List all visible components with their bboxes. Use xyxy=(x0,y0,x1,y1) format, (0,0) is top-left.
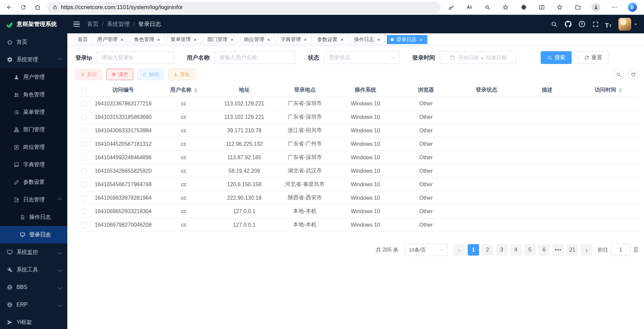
search-button[interactable]: 搜索 xyxy=(541,51,572,64)
tab-dept-management[interactable]: 部门管理× xyxy=(204,35,238,44)
sidebar-item-bbs[interactable]: BBS xyxy=(0,278,67,296)
toggle-search-button[interactable] xyxy=(613,69,624,80)
extensions-icon[interactable] xyxy=(517,1,530,13)
user-menu[interactable] xyxy=(618,18,638,31)
sidebar-item-system-monitor[interactable]: 系统监控 xyxy=(0,243,67,261)
page-button-5[interactable]: 5 xyxy=(524,244,536,256)
tab-login-log[interactable]: 登录日志× xyxy=(387,35,427,44)
row-checkbox[interactable] xyxy=(81,141,87,147)
page-button-1[interactable]: 1 xyxy=(468,244,479,256)
column-address[interactable]: 地址 xyxy=(214,87,275,94)
goto-page-input[interactable] xyxy=(611,244,631,256)
tab-close-icon[interactable]: × xyxy=(119,37,124,42)
tab-role-management[interactable]: 角色管理× xyxy=(130,35,165,44)
tab-close-icon[interactable]: × xyxy=(193,37,198,42)
browser-settings-icon[interactable] xyxy=(608,1,620,13)
column-user-name[interactable]: 用户名称 xyxy=(153,87,214,94)
read-aloud-icon[interactable] xyxy=(463,1,476,13)
tab-close-icon[interactable]: × xyxy=(266,37,271,42)
browser-address-bar[interactable]: https://ccnetcore.com:1101/system/log/lo… xyxy=(47,2,441,13)
breadcrumb-home[interactable]: 首页 xyxy=(87,20,99,28)
page-button-3[interactable]: 3 xyxy=(496,244,507,256)
copilot-icon[interactable]: b xyxy=(626,1,639,13)
sidebar-item-role-management[interactable]: 角色管理 xyxy=(0,86,67,103)
sidebar-item-user-management[interactable]: 用户管理 xyxy=(0,68,67,86)
sidebar-item-yi-framework[interactable]: Yi框架 xyxy=(0,314,67,329)
reset-button[interactable]: 重置 xyxy=(578,51,609,64)
tab-close-icon[interactable]: × xyxy=(419,37,424,42)
row-checkbox[interactable] xyxy=(81,209,87,214)
sidebar-item-system-management[interactable]: 系统管理 xyxy=(0,51,67,68)
browser-back-button[interactable] xyxy=(3,1,15,13)
tab-close-icon[interactable]: × xyxy=(229,37,235,42)
breadcrumb-system-management[interactable]: 系统管理 xyxy=(107,20,130,28)
sidebar-item-login-log[interactable]: 登录日志 xyxy=(0,226,67,243)
page-button-last[interactable]: 21 xyxy=(567,244,578,256)
prev-page-button[interactable]: ‹ xyxy=(454,244,465,256)
column-visit-id[interactable]: 访问编号 xyxy=(93,87,153,94)
sidebar-item-erp[interactable]: ERP xyxy=(0,296,67,314)
row-checkbox[interactable] xyxy=(81,195,87,201)
sidebar-item-param-settings[interactable]: 参数设置 xyxy=(0,173,67,191)
app-logo[interactable]: 意框架管理系统 xyxy=(0,15,67,33)
select-all-checkbox[interactable] xyxy=(81,88,87,93)
zoom-icon[interactable] xyxy=(481,1,494,13)
tab-post-management[interactable]: 岗位管理× xyxy=(240,35,275,44)
split-screen-icon[interactable] xyxy=(535,1,548,13)
unlock-button[interactable]: 解锁 xyxy=(137,69,164,80)
tab-close-icon[interactable]: × xyxy=(376,37,381,42)
hamburger-menu-icon[interactable] xyxy=(71,20,82,29)
row-checkbox[interactable] xyxy=(81,114,87,120)
tab-dict-management[interactable]: 字典管理× xyxy=(277,35,312,44)
user-avatar[interactable] xyxy=(618,18,631,31)
column-os[interactable]: 操作系统 xyxy=(335,87,396,94)
github-icon[interactable] xyxy=(564,20,572,29)
user-name-input[interactable] xyxy=(214,51,295,64)
favorites-icon[interactable] xyxy=(553,1,566,13)
sort-carets-icon[interactable] xyxy=(619,88,622,93)
page-button-4[interactable]: 4 xyxy=(510,244,522,256)
tab-close-icon[interactable]: × xyxy=(156,37,161,42)
more-pages-button[interactable]: ••• xyxy=(552,244,564,256)
clear-button[interactable]: 清空 xyxy=(106,69,133,80)
column-login-location[interactable]: 登录地点 xyxy=(275,87,335,94)
delete-button[interactable]: 删除 xyxy=(75,69,102,80)
refresh-table-button[interactable] xyxy=(628,69,639,80)
page-button-6[interactable]: 6 xyxy=(538,244,550,256)
sidebar-item-dept-management[interactable]: 部门管理 xyxy=(0,121,67,138)
browser-home-button[interactable] xyxy=(31,1,44,13)
row-checkbox[interactable] xyxy=(81,101,87,106)
page-size-select[interactable]: 10条/页 xyxy=(404,244,448,256)
page-button-2[interactable]: 2 xyxy=(482,244,493,256)
header-search-icon[interactable] xyxy=(550,20,559,29)
row-checkbox[interactable] xyxy=(81,222,87,228)
fullscreen-icon[interactable] xyxy=(591,20,600,29)
help-icon[interactable]: ? xyxy=(577,20,586,29)
tab-param-settings[interactable]: 参数设置× xyxy=(314,35,348,44)
browser-refresh-button[interactable] xyxy=(17,1,30,13)
tab-operation-log[interactable]: 操作日志× xyxy=(350,35,385,44)
status-select[interactable]: 登录状态 xyxy=(324,51,399,64)
sidebar-item-operation-log[interactable]: 操作日志 xyxy=(0,208,67,226)
tab-user-management[interactable]: 用户管理× xyxy=(94,35,128,44)
row-checkbox[interactable] xyxy=(81,182,87,187)
sidebar-item-log-management[interactable]: 日志管理 xyxy=(0,191,67,208)
sidebar-item-system-tools[interactable]: 系统工具 xyxy=(0,261,67,278)
row-checkbox[interactable] xyxy=(81,128,87,133)
collections-icon[interactable] xyxy=(572,1,584,13)
font-size-icon[interactable]: TT xyxy=(605,20,611,29)
add-favorite-icon[interactable] xyxy=(499,1,512,13)
tab-close-icon[interactable]: × xyxy=(303,37,308,42)
login-ip-input[interactable] xyxy=(97,51,174,64)
login-time-range-picker[interactable]: 开始日期 - 结束日期 xyxy=(440,51,516,64)
column-login-status[interactable]: 登录状态 xyxy=(456,87,517,94)
tab-home[interactable]: 首页 xyxy=(74,35,92,44)
column-description[interactable]: 描述 xyxy=(517,87,577,94)
sort-carets-icon[interactable] xyxy=(194,88,198,93)
column-visit-time[interactable]: 访问时间 xyxy=(577,87,639,94)
password-key-icon[interactable] xyxy=(445,1,458,13)
sidebar-item-post-management[interactable]: 岗位管理 xyxy=(0,138,67,156)
row-checkbox[interactable] xyxy=(81,155,87,160)
sidebar-item-home[interactable]: 首页 xyxy=(0,33,67,51)
next-page-button[interactable]: › xyxy=(581,244,592,256)
